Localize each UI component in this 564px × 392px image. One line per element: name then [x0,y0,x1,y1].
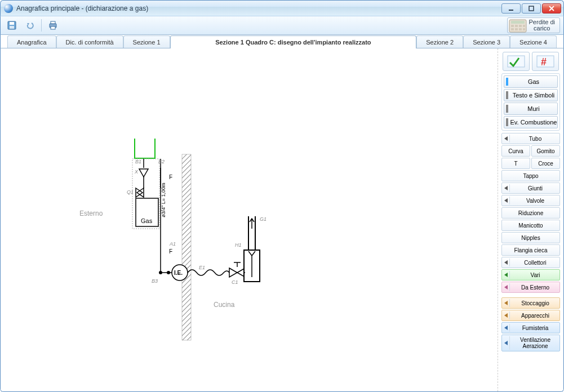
close-button[interactable] [542,3,561,14]
svg-text:F: F [169,174,172,180]
item-gomito[interactable]: Gomito [531,145,560,157]
item-manicotto[interactable]: Manicotto [501,220,560,231]
item-apparecchi[interactable]: Apparecchi [501,310,560,321]
print-icon [48,20,58,30]
svg-rect-4 [10,26,14,29]
svg-text:A1: A1 [169,241,176,247]
svg-text:I.E.: I.E. [174,270,183,276]
maximize-button[interactable] [522,3,541,14]
drawing-canvas[interactable]: Esterno Cucina [1,48,498,391]
item-tappo[interactable]: Tappo [501,170,560,181]
tab-sezione-3[interactable]: Sezione 3 [463,35,510,48]
tab-sezione-1[interactable]: Sezione 1 [123,35,170,48]
item-ventilazione-aerazione[interactable]: Ventilazione Aerazione [501,335,560,351]
item-flangia-cieca[interactable]: Flangia cieca [501,244,560,256]
toolbar-separator [41,19,42,32]
svg-text:H1: H1 [235,242,242,248]
main-area: Esterno Cucina [0,48,564,392]
palette-items: Tubo Curva Gomito T Croce Tappo Giunti V… [501,133,560,351]
svg-rect-13 [523,25,525,27]
svg-text:C1: C1 [232,279,238,285]
item-croce[interactable]: Croce [531,158,560,169]
svg-text:F: F [169,248,172,255]
item-giunti[interactable]: Giunti [501,182,560,194]
item-valvole[interactable]: Valvole [501,195,560,206]
item-collettori[interactable]: Collettori [501,257,560,268]
svg-point-42 [167,271,170,274]
item-da-esterno[interactable]: Da Esterno [501,282,560,293]
svg-text:G1: G1 [260,216,267,222]
tabstrip: Anagrafica Dic. di conformità Sezione 1 … [0,35,564,48]
svg-text:B2: B2 [158,159,165,164]
svg-text:B1: B1 [135,159,141,164]
palette-categories: Gas Testo e Simboli Muri Ev. Combustione [501,73,560,131]
save-icon [7,20,17,30]
perdite-label: Perdite di carico [529,19,555,32]
item-stoccaggio[interactable]: Stoccaggio [501,297,560,309]
svg-rect-16 [519,28,522,30]
svg-text:E1: E1 [199,265,205,270]
item-t[interactable]: T [501,158,530,169]
svg-rect-10 [511,25,514,27]
item-tubo[interactable]: Tubo [501,133,560,144]
palette-number-button[interactable]: # [532,52,559,71]
category-muri[interactable]: Muri [504,103,558,115]
titlebar: Anagrafica principale - (dichiarazione a… [0,0,564,16]
print-button[interactable] [45,18,61,33]
toolbar: Perdite di carico [0,16,564,35]
svg-rect-6 [51,21,55,24]
diagram-svg: B1 B2 X Q1 Gas F F A1 ø3/4" L= 1,00m B3 … [1,48,429,386]
svg-rect-11 [515,25,518,27]
svg-rect-17 [523,28,525,30]
svg-text:#: # [541,56,547,68]
category-testo-simboli[interactable]: Testo e Simboli [504,89,558,101]
svg-text:X: X [134,169,139,175]
undo-icon [25,20,35,30]
window-title: Anagrafica principale - (dichiarazione a… [16,5,501,12]
minimize-button[interactable] [501,3,521,14]
window-controls [501,3,561,14]
diagram-hash-icon: # [536,55,555,68]
item-vari[interactable]: Vari [501,269,560,280]
svg-rect-3 [10,22,14,25]
svg-rect-9 [511,21,525,24]
category-ev-combustione[interactable]: Ev. Combustione [504,116,558,128]
svg-text:ø3/4" L= 1,00m: ø3/4" L= 1,00m [161,183,166,217]
svg-point-33 [159,271,162,274]
svg-rect-15 [515,28,518,30]
item-nipples[interactable]: Nipples [501,232,560,243]
palette: # Gas Testo e Simboli Muri Ev. Combustio… [498,48,563,391]
calculator-icon [509,19,527,33]
svg-rect-12 [519,25,522,27]
svg-text:Gas: Gas [141,217,153,224]
tab-sezione-4[interactable]: Sezione 4 [510,35,557,48]
category-gas[interactable]: Gas [504,75,558,88]
item-fumisteria[interactable]: Fumisteria [501,322,560,333]
svg-text:Q1: Q1 [127,189,134,195]
perdite-di-carico-button[interactable]: Perdite di carico [507,17,560,33]
tab-anagrafica[interactable]: Anagrafica [7,35,56,48]
app-icon [4,4,13,13]
save-button[interactable] [4,18,20,33]
item-riduzione[interactable]: Riduzione [501,207,560,219]
tab-sezione-2[interactable]: Sezione 2 [416,35,463,48]
palette-validate-button[interactable] [503,52,530,71]
svg-rect-20 [182,154,191,340]
svg-text:B3: B3 [152,278,158,284]
svg-rect-7 [51,26,55,29]
svg-rect-0 [509,10,513,11]
item-curva[interactable]: Curva [501,145,530,157]
svg-rect-1 [529,6,534,11]
tab-dic-conformita[interactable]: Dic. di conformità [56,35,123,48]
undo-button[interactable] [22,18,38,33]
tab-sezione-1-quadro-c[interactable]: Sezione 1 Quadro C: disegno dell'impiant… [170,35,417,48]
svg-rect-14 [511,28,514,30]
diagram-check-icon [507,55,526,68]
